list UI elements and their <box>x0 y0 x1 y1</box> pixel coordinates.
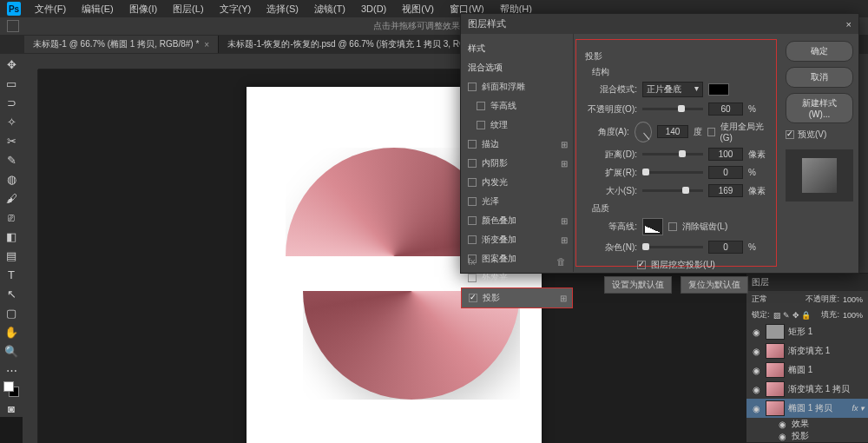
menu-edit[interactable]: 编辑(E) <box>75 1 121 17</box>
hand-tool[interactable]: ✋ <box>2 323 21 341</box>
checkbox[interactable] <box>469 294 477 302</box>
type-tool[interactable]: T <box>2 266 21 283</box>
path-tool[interactable]: ↖ <box>2 285 21 302</box>
tool-preset-icon[interactable] <box>7 20 19 32</box>
checkbox[interactable] <box>468 83 477 91</box>
opacity-input[interactable]: 60 <box>708 102 743 116</box>
angle-input[interactable]: 140 <box>657 125 687 138</box>
opacity-value[interactable]: 100% <box>843 295 863 304</box>
size-input[interactable]: 169 <box>708 184 743 197</box>
antialias-checkbox[interactable] <box>668 222 677 231</box>
layer-row[interactable]: ◉椭圆 1 <box>746 360 868 380</box>
wand-tool[interactable]: ✧ <box>2 113 21 130</box>
crop-tool[interactable]: ✂ <box>2 132 21 149</box>
menu-type[interactable]: 文字(Y) <box>213 1 259 17</box>
plus-icon[interactable]: ⊞ <box>560 294 567 303</box>
lasso-tool[interactable]: ⊃ <box>2 94 21 111</box>
brush-tool[interactable]: 🖌 <box>2 189 21 207</box>
checkbox[interactable] <box>477 102 485 110</box>
styles-header[interactable]: 样式 <box>461 39 573 58</box>
layer-row-selected[interactable]: ◉椭圆 1 拷贝fx ▾ <box>746 399 868 418</box>
style-bevel[interactable]: 斜面和浮雕 <box>461 77 573 96</box>
menu-layer[interactable]: 图层(L) <box>166 1 210 17</box>
layer-name[interactable]: 矩形 1 <box>788 326 812 338</box>
checkbox[interactable] <box>468 216 477 225</box>
lock-icons[interactable]: ▨ ✎ ✥ 🔒 <box>773 311 812 320</box>
style-satin[interactable]: 光泽 <box>461 192 573 211</box>
fill-value[interactable]: 100% <box>843 311 863 320</box>
heal-tool[interactable]: ◍ <box>2 170 21 188</box>
edit-toolbar[interactable]: ⋯ <box>2 361 21 379</box>
menu-file[interactable]: 文件(F) <box>28 1 73 17</box>
eyedropper-tool[interactable]: ✎ <box>2 151 21 169</box>
checkbox[interactable] <box>468 140 477 149</box>
spread-slider[interactable] <box>642 171 703 174</box>
style-contour[interactable]: 等高线 <box>461 96 573 116</box>
style-drop-shadow[interactable]: 投影⊞ <box>461 288 573 308</box>
style-gradient-overlay[interactable]: 渐变叠加⊞ <box>461 230 573 249</box>
new-style-button[interactable]: 新建样式(W)... <box>786 93 853 123</box>
knockout-checkbox[interactable] <box>637 261 646 269</box>
style-outer-glow[interactable]: 外发光 <box>461 268 573 288</box>
fx-icon[interactable]: fx <box>468 256 476 267</box>
move-tool[interactable]: ✥ <box>2 56 21 73</box>
angle-dial[interactable] <box>635 122 653 142</box>
plus-icon[interactable]: ⊞ <box>561 235 568 245</box>
style-texture[interactable]: 纹理 <box>461 116 573 135</box>
noise-slider[interactable] <box>642 246 703 248</box>
layer-fx-row[interactable]: ◉效果 <box>746 418 868 430</box>
visibility-icon[interactable]: ◉ <box>750 404 762 413</box>
document-tab-1[interactable]: 未标题-1 @ 66.7% (椭圆 1 拷贝, RGB/8#) * × <box>24 36 219 53</box>
opacity-slider[interactable] <box>642 108 703 110</box>
checkbox[interactable] <box>468 235 477 244</box>
layer-row[interactable]: ◉矩形 1 <box>746 322 868 341</box>
eraser-tool[interactable]: ◧ <box>2 228 21 245</box>
plus-icon[interactable]: ⊞ <box>561 159 568 169</box>
shape-tool[interactable]: ▢ <box>2 304 21 321</box>
stamp-tool[interactable]: ⎚ <box>2 208 21 226</box>
layer-fx-row[interactable]: ◉投影 <box>746 430 868 442</box>
menu-image[interactable]: 图像(I) <box>122 1 164 17</box>
fx-badge[interactable]: fx ▾ <box>852 404 865 413</box>
dialog-titlebar[interactable]: 图层样式 × <box>461 14 858 34</box>
style-inner-glow[interactable]: 内发光 <box>461 173 573 192</box>
global-light-checkbox[interactable] <box>707 128 715 136</box>
spread-input[interactable]: 0 <box>708 166 743 179</box>
cancel-button[interactable]: 取消 <box>786 67 853 88</box>
color-swatches[interactable] <box>2 380 21 398</box>
gradient-tool[interactable]: ▤ <box>2 247 21 264</box>
layer-row[interactable]: ◉渐变填充 1 <box>746 341 868 360</box>
style-color-overlay[interactable]: 颜色叠加⊞ <box>461 211 573 230</box>
blending-options[interactable]: 混合选项 <box>461 58 573 77</box>
ruler-vertical[interactable] <box>23 69 38 443</box>
close-icon[interactable]: × <box>846 19 852 30</box>
distance-slider[interactable] <box>642 153 703 155</box>
shadow-color[interactable] <box>708 83 729 96</box>
checkbox[interactable] <box>468 197 477 206</box>
menu-view[interactable]: 视图(V) <box>395 1 441 17</box>
visibility-icon[interactable]: ◉ <box>750 366 762 375</box>
checkbox[interactable] <box>468 274 477 282</box>
trash-icon[interactable]: 🗑 <box>556 256 566 267</box>
marquee-tool[interactable]: ▭ <box>2 75 21 92</box>
menu-filter[interactable]: 滤镜(T) <box>307 1 352 17</box>
style-inner-shadow[interactable]: 内阴影⊞ <box>461 154 573 173</box>
make-default-button[interactable]: 设置为默认值 <box>604 276 672 294</box>
layer-row[interactable]: ◉渐变填充 1 拷贝 <box>746 380 868 399</box>
menu-3d[interactable]: 3D(D) <box>354 2 393 16</box>
layer-name[interactable]: 椭圆 1 拷贝 <box>788 402 832 414</box>
layer-name[interactable]: 椭圆 1 <box>788 364 812 376</box>
visibility-icon[interactable]: ◉ <box>750 327 762 337</box>
plus-icon[interactable]: ⊞ <box>561 140 568 149</box>
visibility-icon[interactable]: ◉ <box>776 432 788 441</box>
blend-mode-select[interactable]: 正片叠底▾ <box>642 82 703 97</box>
distance-input[interactable]: 100 <box>708 148 743 161</box>
menu-select[interactable]: 选择(S) <box>260 1 306 17</box>
noise-input[interactable]: 0 <box>708 241 743 254</box>
visibility-icon[interactable]: ◉ <box>776 420 788 429</box>
preview-checkbox[interactable] <box>786 130 794 139</box>
zoom-tool[interactable]: 🔍 <box>2 342 21 360</box>
checkbox[interactable] <box>468 159 477 168</box>
style-stroke[interactable]: 描边⊞ <box>461 135 573 154</box>
size-slider[interactable] <box>642 189 703 192</box>
